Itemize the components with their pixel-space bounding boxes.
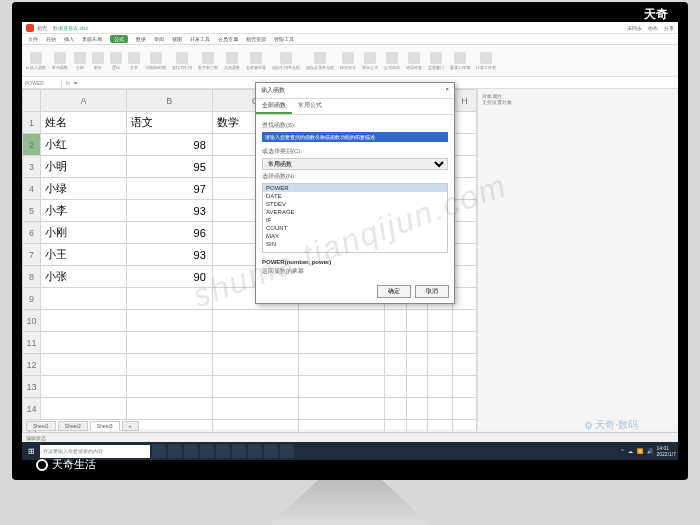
tab-view[interactable]: 视图: [172, 36, 182, 42]
cell[interactable]: [126, 310, 212, 332]
ribbon-button[interactable]: 日期和时间: [146, 52, 166, 70]
cell[interactable]: 90: [126, 266, 212, 288]
row-header[interactable]: 1: [23, 112, 41, 134]
cell[interactable]: [453, 244, 477, 266]
dialog-tab-all[interactable]: 全部函数: [256, 99, 292, 114]
sync-status[interactable]: 未同步: [627, 25, 642, 31]
cell[interactable]: [427, 398, 453, 420]
cell[interactable]: 98: [126, 134, 212, 156]
tab-home[interactable]: 开始: [46, 36, 56, 42]
close-icon[interactable]: ×: [445, 86, 449, 95]
ribbon-button[interactable]: 名称管理器: [246, 52, 266, 70]
cell[interactable]: [298, 310, 384, 332]
cell[interactable]: 语文: [126, 112, 212, 134]
cell[interactable]: 小张: [41, 266, 127, 288]
function-search-input[interactable]: [262, 132, 448, 142]
cell[interactable]: [453, 398, 477, 420]
ribbon-button[interactable]: 其他函数: [224, 52, 240, 70]
function-item[interactable]: IF: [263, 216, 447, 224]
coop-button[interactable]: 协作: [648, 25, 658, 31]
ribbon-button[interactable]: 查找与引用: [172, 52, 192, 70]
cell[interactable]: [406, 332, 427, 354]
ribbon-button[interactable]: 计算工作表: [476, 52, 496, 70]
cell[interactable]: [453, 156, 477, 178]
tray-up-icon[interactable]: ^: [621, 448, 623, 454]
taskbar-icon[interactable]: [184, 444, 198, 458]
tray-cloud-icon[interactable]: ☁: [628, 448, 633, 454]
cell[interactable]: [126, 398, 212, 420]
cell[interactable]: [212, 398, 298, 420]
tab-member[interactable]: 会员专属: [218, 36, 238, 42]
cell[interactable]: [212, 332, 298, 354]
share-button[interactable]: 分享: [664, 25, 674, 31]
cell[interactable]: [41, 376, 127, 398]
cell[interactable]: 93: [126, 200, 212, 222]
cell[interactable]: [298, 376, 384, 398]
col-header[interactable]: A: [41, 90, 127, 112]
ribbon-button[interactable]: 常用函数: [52, 52, 68, 70]
cell[interactable]: [453, 310, 477, 332]
cell[interactable]: [406, 376, 427, 398]
cell[interactable]: [384, 398, 406, 420]
cell[interactable]: [453, 178, 477, 200]
tray-volume-icon[interactable]: 🔊: [647, 448, 653, 454]
tab-resource[interactable]: 稻壳资源: [246, 36, 266, 42]
cell[interactable]: [453, 288, 477, 310]
row-header[interactable]: 7: [23, 244, 41, 266]
cell[interactable]: [41, 354, 127, 376]
cell[interactable]: [384, 354, 406, 376]
cell[interactable]: [298, 354, 384, 376]
cell[interactable]: [453, 134, 477, 156]
row-header[interactable]: 12: [23, 354, 41, 376]
ribbon-button[interactable]: 监视窗口: [428, 52, 444, 70]
row-header[interactable]: 5: [23, 200, 41, 222]
tray-wifi-icon[interactable]: 🛜: [637, 448, 643, 454]
cell[interactable]: [126, 354, 212, 376]
cell[interactable]: 小刚: [41, 222, 127, 244]
cell[interactable]: [126, 288, 212, 310]
cell[interactable]: [298, 332, 384, 354]
taskbar-icon[interactable]: [232, 444, 246, 458]
ribbon-button[interactable]: 文本: [128, 52, 140, 70]
sheet-tab[interactable]: Sheet1: [26, 421, 56, 431]
ribbon-button[interactable]: 财务: [92, 52, 104, 70]
row-header[interactable]: 11: [23, 332, 41, 354]
row-header[interactable]: 10: [23, 310, 41, 332]
function-item[interactable]: POWER: [263, 184, 447, 192]
cell[interactable]: 小绿: [41, 178, 127, 200]
ribbon-button[interactable]: 移去箭头: [340, 52, 356, 70]
cell[interactable]: [453, 266, 477, 288]
cell[interactable]: [427, 354, 453, 376]
ribbon-button[interactable]: 追踪从属单元格: [306, 52, 334, 70]
taskbar-icon[interactable]: [200, 444, 214, 458]
col-header[interactable]: H: [453, 90, 477, 112]
ribbon-button[interactable]: 错误检查: [406, 52, 422, 70]
cell[interactable]: [427, 310, 453, 332]
cell[interactable]: 姓名: [41, 112, 127, 134]
category-select[interactable]: 常用函数: [262, 158, 448, 170]
sheet-tab[interactable]: Sheet2: [58, 421, 88, 431]
cell[interactable]: [126, 332, 212, 354]
function-item[interactable]: COUNT: [263, 224, 447, 232]
cell[interactable]: [453, 332, 477, 354]
cell[interactable]: 小红: [41, 134, 127, 156]
tab-data[interactable]: 数据: [136, 36, 146, 42]
ribbon-button[interactable]: 数学和三角: [198, 52, 218, 70]
tab-layout[interactable]: 页面布局: [82, 36, 102, 42]
ribbon-button[interactable]: 全部: [74, 52, 86, 70]
cell[interactable]: [453, 376, 477, 398]
cell[interactable]: [427, 376, 453, 398]
ribbon-button[interactable]: 逻辑: [110, 52, 122, 70]
ribbon-button[interactable]: 显示公式: [362, 52, 378, 70]
cell[interactable]: [453, 222, 477, 244]
cell[interactable]: 小王: [41, 244, 127, 266]
row-header[interactable]: 8: [23, 266, 41, 288]
cancel-button[interactable]: 取消: [415, 285, 449, 298]
cell[interactable]: [406, 354, 427, 376]
tab-dev[interactable]: 开发工具: [190, 36, 210, 42]
tab-review[interactable]: 审阅: [154, 36, 164, 42]
function-item[interactable]: DATE: [263, 192, 447, 200]
cell[interactable]: 93: [126, 244, 212, 266]
ribbon-button[interactable]: 公式求值: [384, 52, 400, 70]
row-header[interactable]: 13: [23, 376, 41, 398]
